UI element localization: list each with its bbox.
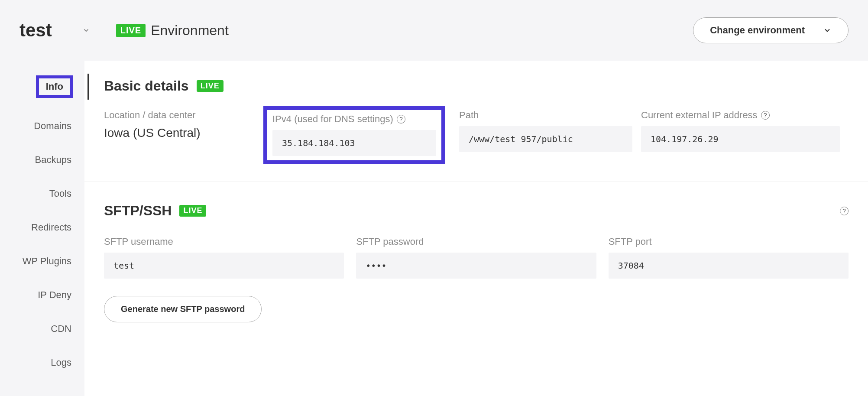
sidebar-item-label: CDN [51, 323, 71, 334]
help-icon[interactable]: ? [397, 115, 405, 123]
sftp-port-label: SFTP port [609, 236, 849, 247]
external-ip-label-row: Current external IP address ? [641, 110, 840, 121]
main-panel: Basic details LIVE Location / data cente… [84, 61, 868, 396]
ipv4-highlight: IPv4 (used for DNS settings) ? 35.184.18… [263, 106, 445, 164]
section-divider [84, 182, 868, 182]
generate-sftp-password-label: Generate new SFTP password [121, 304, 245, 314]
sidebar-item-cdn[interactable]: CDN [0, 317, 84, 341]
sidebar-item-label: Tools [49, 188, 71, 199]
sidebar-item-tools[interactable]: Tools [0, 182, 84, 205]
sidebar-item-logs[interactable]: Logs [0, 351, 84, 374]
sftp-password-column: SFTP password •••• [356, 236, 596, 279]
sidebar-item-wp-plugins[interactable]: WP Plugins [0, 250, 84, 273]
ipv4-label-row: IPv4 (used for DNS settings) ? [272, 114, 436, 125]
sftp-username-label: SFTP username [104, 236, 344, 247]
external-ip-value[interactable]: 104.197.26.29 [641, 126, 840, 152]
help-icon[interactable]: ? [761, 111, 770, 120]
ipv4-label: IPv4 (used for DNS settings) [272, 114, 393, 125]
basic-details-header: Basic details LIVE [104, 78, 849, 94]
environment-label: Environment [151, 23, 229, 39]
sidebar-item-label: Backups [35, 154, 71, 165]
chevron-down-icon [823, 26, 832, 35]
path-label: Path [459, 110, 632, 121]
ipv4-value[interactable]: 35.184.184.103 [272, 130, 436, 156]
sftp-username-value[interactable]: test [104, 253, 344, 279]
sidebar-item-ip-deny[interactable]: IP Deny [0, 283, 84, 307]
sidebar-item-label: Logs [51, 357, 71, 368]
sidebar-item-domains[interactable]: Domains [0, 114, 84, 138]
path-column: Path /www/test_957/public [459, 110, 641, 164]
change-environment-label: Change environment [710, 25, 805, 36]
page-header: test LIVE Environment Change environment [0, 0, 868, 61]
sftp-header: SFTP/SSH LIVE ? [104, 203, 849, 219]
live-badge: LIVE [116, 24, 146, 37]
sftp-port-column: SFTP port 37084 [609, 236, 849, 279]
sftp-grid: SFTP username test SFTP password •••• SF… [104, 236, 849, 279]
path-value[interactable]: /www/test_957/public [459, 126, 632, 152]
sidebar-item-backups[interactable]: Backups [0, 148, 84, 172]
sftp-username-column: SFTP username test [104, 236, 344, 279]
basic-details-grid: Location / data center Iowa (US Central)… [104, 110, 849, 164]
sftp-port-value[interactable]: 37084 [609, 253, 849, 279]
generate-sftp-password-button[interactable]: Generate new SFTP password [104, 296, 262, 322]
sidebar-item-label: Domains [34, 120, 71, 131]
location-column: Location / data center Iowa (US Central) [104, 110, 269, 164]
location-value: Iowa (US Central) [104, 126, 260, 140]
help-icon[interactable]: ? [840, 207, 849, 215]
sidebar-item-label: IP Deny [38, 289, 71, 300]
external-ip-column: Current external IP address ? 104.197.26… [641, 110, 849, 164]
sftp-title: SFTP/SSH [104, 203, 172, 219]
sidebar-item-label: Info [36, 75, 73, 98]
sftp-password-label: SFTP password [356, 236, 596, 247]
live-badge: LIVE [197, 80, 223, 92]
sidebar: Info Domains Backups Tools Redirects WP … [0, 61, 84, 385]
environment-indicator: LIVE Environment [116, 23, 229, 39]
location-label: Location / data center [104, 110, 260, 121]
basic-details-title: Basic details [104, 78, 189, 94]
sidebar-item-label: WP Plugins [23, 256, 71, 266]
external-ip-label: Current external IP address [641, 110, 758, 121]
live-badge: LIVE [179, 205, 206, 217]
change-environment-button[interactable]: Change environment [693, 17, 849, 43]
site-name: test [19, 20, 52, 41]
sidebar-item-info[interactable]: Info [0, 69, 84, 104]
sidebar-item-label: Redirects [31, 222, 71, 233]
sidebar-item-redirects[interactable]: Redirects [0, 216, 84, 239]
sftp-password-value[interactable]: •••• [356, 253, 596, 279]
ipv4-column: IPv4 (used for DNS settings) ? 35.184.18… [269, 110, 459, 164]
chevron-down-icon [82, 26, 90, 34]
site-dropdown-toggle[interactable] [82, 26, 90, 34]
